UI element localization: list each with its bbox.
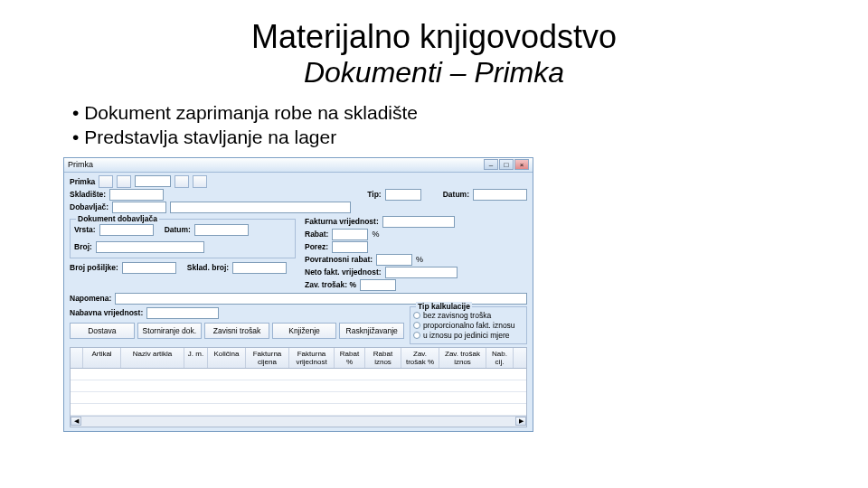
faktvrij-field[interactable] [382, 216, 455, 228]
items-grid: Artikal Naziv artikla J. m. Količina Fak… [70, 347, 527, 427]
faktvrij-label: Fakturna vrijednost: [305, 217, 379, 226]
dobavljac-label: Dobavljač: [70, 202, 108, 211]
col-artikal: Artikal [83, 348, 121, 368]
table-row[interactable] [71, 392, 526, 404]
vrsta-field[interactable] [99, 224, 154, 236]
rasknj-button[interactable]: Rasknjižavanje [339, 323, 404, 339]
skladbroj-field[interactable] [232, 262, 287, 274]
primka-label: Primka [70, 177, 95, 186]
calc-type-box: Tip kalkulacije bez zavisnog troška prop… [410, 306, 527, 344]
napomena-label: Napomena: [70, 294, 111, 303]
col-kolicina: Količina [208, 348, 246, 368]
knjizenje-button[interactable]: Knjiženje [272, 323, 337, 339]
col-faktcijena: Fakturna cijena [246, 348, 289, 368]
col-faktvrij: Fakturna vrijednost [289, 348, 335, 368]
col-rabatpct: Rabat % [335, 348, 365, 368]
rabat-pct-label: % [372, 230, 379, 239]
slide-subtitle: Dokumenti – Primka [63, 56, 805, 89]
vrsta-label: Vrsta: [74, 225, 96, 234]
window-controls: – □ × [484, 159, 529, 170]
nav-next-icon[interactable] [175, 175, 189, 188]
porez-label: Porez: [305, 242, 328, 251]
bullet-list: Dokument zaprimanja robe na skladište Pr… [72, 100, 805, 150]
calc-opt2-label: proporcionalno fakt. iznosu [423, 321, 515, 330]
supplier-doc-fieldset: Dokument dobavljača Vrsta: Datum: Broj: [70, 219, 296, 258]
close-button[interactable]: × [514, 159, 529, 170]
datum-field[interactable] [473, 189, 527, 201]
porez-field[interactable] [332, 241, 368, 253]
storno-button[interactable]: Storniranje dok. [137, 323, 203, 339]
minimize-button[interactable]: – [484, 159, 498, 170]
zavtrosak-label: Zav. trošak: % [305, 280, 356, 289]
nav-prev-icon[interactable] [117, 175, 131, 188]
rabat-label: Rabat: [305, 230, 328, 239]
brojposilike-field[interactable] [122, 262, 176, 274]
grid-header: Artikal Naziv artikla J. m. Količina Fak… [71, 348, 526, 369]
calc-opt3[interactable]: u iznosu po jedinici mjere [413, 331, 524, 340]
broj-field[interactable] [96, 241, 204, 253]
datum-label: Datum: [443, 190, 469, 199]
tip-field[interactable] [385, 189, 421, 201]
supplier-doc-legend: Dokument dobavljača [76, 214, 159, 223]
col-zavtrpct: Zav. trošak % [401, 348, 439, 368]
nav-first-icon[interactable] [99, 175, 113, 188]
radio-icon [413, 322, 420, 329]
povratrabat-field[interactable] [376, 254, 412, 266]
table-row[interactable] [71, 380, 526, 392]
povratrabat-pct-label: % [416, 255, 423, 264]
col-zavtriznos: Zav. trošak iznos [439, 348, 486, 368]
tip-label: Tip: [367, 190, 381, 199]
nabavna-field[interactable] [146, 307, 219, 319]
skladbroj-label: Sklad. broj: [187, 263, 229, 272]
calc-opt1-label: bez zavisnog troška [423, 311, 491, 320]
table-row[interactable] [71, 404, 526, 416]
radio-icon [413, 332, 420, 339]
brojposilike-label: Broj pošiljke: [70, 263, 118, 272]
datum2-field[interactable] [194, 224, 249, 236]
col-selector [71, 348, 83, 368]
scroll-left-icon[interactable]: ◀ [71, 417, 81, 426]
neto-label: Neto fakt. vrijednost: [305, 267, 382, 277]
scroll-right-icon[interactable]: ▶ [515, 417, 526, 426]
calc-opt3-label: u iznosu po jedinici mjere [423, 331, 509, 340]
radio-icon [413, 312, 420, 319]
dobavljac-code-field[interactable] [112, 202, 166, 213]
col-nabcij: Nab. cij. [486, 348, 514, 368]
rabat-field[interactable] [332, 229, 368, 240]
col-jm: J. m. [184, 348, 208, 368]
grid-body[interactable] [71, 369, 526, 416]
slide-title: Materijalno knjigovodstvo [63, 18, 805, 56]
skladiste-label: Skladište: [70, 190, 106, 199]
titlebar: Primka – □ × [64, 158, 533, 173]
dobavljac-name-field[interactable] [170, 202, 351, 213]
record-number-field[interactable] [135, 175, 171, 187]
zavtr-button[interactable]: Zavisni trošak [204, 323, 269, 339]
table-row[interactable] [71, 369, 526, 380]
calc-opt1[interactable]: bez zavisnog troška [413, 311, 524, 320]
nabavna-label: Nabavna vrijednost: [70, 308, 143, 317]
skladiste-field[interactable] [109, 189, 164, 201]
calc-opt2[interactable]: proporcionalno fakt. iznosu [413, 321, 524, 330]
nav-last-icon[interactable] [193, 175, 207, 188]
bullet-item: Dokument zaprimanja robe na skladište [72, 100, 805, 125]
form-area: Primka Skladište: Tip: Datum: Dobavljač: [64, 173, 533, 431]
bullet-item: Predstavlja stavljanje na lager [72, 125, 805, 149]
maximize-button[interactable]: □ [499, 159, 514, 170]
app-window: Primka – □ × Primka Skladište: Tip: [63, 157, 533, 432]
neto-field[interactable] [385, 267, 458, 278]
horizontal-scrollbar[interactable]: ◀ ▶ [71, 416, 526, 427]
zavtrosak-field[interactable] [360, 279, 396, 291]
povratrabat-label: Povratnosni rabat: [305, 255, 373, 264]
datum2-label: Datum: [165, 225, 191, 234]
dostava-button[interactable]: Dostava [70, 323, 135, 339]
broj-label: Broj: [74, 242, 92, 251]
window-title: Primka [68, 160, 93, 169]
calc-legend: Tip kalkulacije [416, 302, 472, 311]
col-rabatiznos: Rabat iznos [365, 348, 401, 368]
col-naziv: Naziv artikla [121, 348, 184, 368]
